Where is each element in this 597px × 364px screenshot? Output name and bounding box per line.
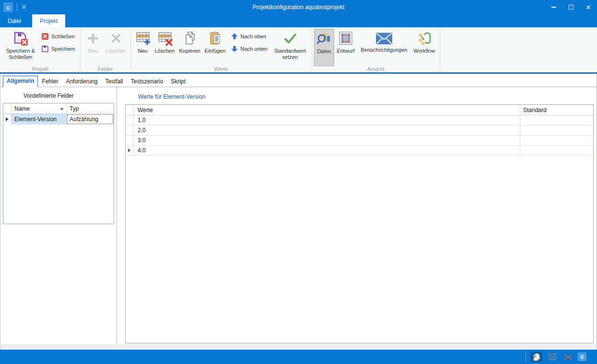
predefined-fields-title: Vordefinierte Felder <box>23 92 74 99</box>
value-new-label: Neu <box>138 48 147 54</box>
tab-allgemein[interactable]: Allgemein <box>3 76 38 87</box>
data-view-icon <box>316 31 332 46</box>
values-row-selector-cell[interactable] <box>126 125 134 135</box>
ribbon-tab-datei[interactable]: Datei <box>0 14 29 27</box>
content-area: Vordefinierte Felder Name Typ Element-Ve… <box>0 87 597 344</box>
arrow-up-icon <box>231 33 238 40</box>
fields-table-row[interactable]: Element-Version Aufzählung <box>3 114 114 125</box>
view-workflow-label: Workflow <box>413 48 435 54</box>
view-workflow-button[interactable]: Workflow <box>411 29 438 66</box>
view-benachrichtigungen-button[interactable]: Benachrichtigungen <box>357 29 411 66</box>
view-benachrichtigungen-label: Benachrichtigungen <box>361 47 407 53</box>
fields-column-name-header[interactable]: Name <box>12 103 67 114</box>
ribbon-group-werte-label: Werte <box>131 66 311 74</box>
close-project-button[interactable]: Schließen <box>41 33 75 40</box>
paste-button[interactable]: Einfügen <box>203 29 228 66</box>
fields-column-typ-label: Typ <box>70 105 79 112</box>
tab-skript[interactable]: Skript <box>167 77 189 87</box>
values-column-werte-header[interactable]: Werte <box>134 105 520 115</box>
values-column-standard-header[interactable]: Standard <box>520 105 593 115</box>
set-default-label: Standardwert setzen <box>270 48 310 60</box>
workflow-icon <box>417 31 432 46</box>
ribbon: Speichern & Schließen Schließen <box>0 27 597 72</box>
fields-row-selector-cell[interactable] <box>3 114 12 125</box>
value-delete-button[interactable]: Löschen <box>153 29 177 66</box>
app-logo-letter: c <box>6 4 10 11</box>
values-cell-standard[interactable] <box>520 136 593 145</box>
field-delete-button-disabled[interactable]: Löschen <box>104 29 129 66</box>
values-table-row[interactable]: 1.0 <box>126 115 593 125</box>
fields-column-typ-header[interactable]: Typ <box>67 103 114 114</box>
arrow-down-icon <box>231 45 238 53</box>
ribbon-group-werte: Neu Löschen Kopieren <box>131 27 311 72</box>
values-cell-werte[interactable]: 2.0 <box>134 125 520 135</box>
tab-testfall[interactable]: Testfall <box>101 77 127 87</box>
fields-cell-typ[interactable]: Aufzählung <box>67 114 114 125</box>
value-text: 3.0 <box>138 137 146 144</box>
current-row-icon <box>128 148 131 152</box>
grid-view-icon <box>549 353 556 361</box>
values-cell-standard[interactable] <box>520 146 593 155</box>
tab-fehler[interactable]: Fehler <box>38 77 62 87</box>
move-down-button[interactable]: Nach unten <box>231 45 268 53</box>
ribbon-tab-projekt[interactable]: Projekt <box>32 14 65 27</box>
save-button[interactable]: Speichern <box>41 45 75 53</box>
paste-label: Einfügen <box>205 48 225 54</box>
ribbon-tab-row: Datei Projekt <box>0 14 597 27</box>
fields-cell-name[interactable]: Element-Version <box>12 114 67 125</box>
values-row-selector-cell[interactable] <box>126 136 134 145</box>
app-logo-icon[interactable]: c <box>3 2 13 12</box>
values-header-selector-cell <box>126 105 134 115</box>
titlebar-separator <box>17 3 17 11</box>
view-entwurf-button[interactable]: Entwurf <box>334 29 357 66</box>
statusbar-icons: c <box>530 352 586 362</box>
values-table-row[interactable]: 3.0 <box>126 136 593 146</box>
values-cell-werte[interactable]: 4.0 <box>134 146 520 155</box>
values-table-row[interactable]: 2.0 <box>126 125 593 136</box>
maximize-button[interactable] <box>562 0 580 14</box>
delete-icon <box>108 31 124 46</box>
value-delete-label: Löschen <box>155 48 175 54</box>
close-button[interactable]: ✕ <box>580 0 597 14</box>
close-icon: ✕ <box>586 4 591 11</box>
save-label: Speichern <box>51 46 75 52</box>
window-title: Projektkonfiguration aquatestprojekt <box>0 4 597 11</box>
notifications-icon <box>375 32 393 45</box>
close-project-icon <box>41 33 49 40</box>
values-table-row[interactable]: 4.0 <box>126 146 593 156</box>
fields-table-header: Name Typ <box>3 103 114 114</box>
statusbar-mail-button[interactable] <box>562 352 574 362</box>
value-new-button[interactable]: Neu <box>133 29 153 66</box>
minimize-icon <box>551 7 556 8</box>
ribbon-group-projekt-label: Projekt <box>1 66 80 74</box>
checkmark-icon <box>282 31 298 46</box>
field-delete-label: Löschen <box>106 48 126 54</box>
window-bottom-strip <box>0 344 597 350</box>
field-new-button-disabled[interactable]: Neu <box>82 29 104 66</box>
copy-label: Kopieren <box>179 48 200 54</box>
values-cell-werte[interactable]: 1.0 <box>134 115 520 125</box>
minimize-button[interactable] <box>545 0 562 14</box>
set-default-button[interactable]: Standardwert setzen <box>270 29 310 66</box>
values-cell-standard[interactable] <box>520 115 593 125</box>
values-title: Werte für Element-Version <box>138 93 206 100</box>
values-cell-werte[interactable]: 3.0 <box>134 136 520 145</box>
tab-anforderung[interactable]: Anforderung <box>62 77 101 87</box>
predefined-fields-table: Name Typ Element-Version Aufzählung <box>3 103 114 224</box>
values-row-selector-cell[interactable] <box>126 146 134 155</box>
tab-testszenario[interactable]: Testszenario <box>127 77 167 87</box>
values-row-selector-cell[interactable] <box>126 115 134 125</box>
statusbar-copy-button[interactable] <box>530 352 542 362</box>
aqua-logo-icon[interactable]: c <box>578 353 586 361</box>
quick-access-chevron-icon[interactable] <box>21 4 27 10</box>
mail-icon <box>564 354 572 360</box>
fields-header-selector-cell <box>3 103 12 114</box>
panel-splitter[interactable] <box>117 87 117 344</box>
save-and-close-button[interactable]: Speichern & Schließen <box>3 29 38 66</box>
move-up-button[interactable]: Nach oben <box>231 33 268 40</box>
copy-button[interactable]: Kopieren <box>177 29 203 66</box>
save-icon <box>41 45 49 53</box>
view-daten-button[interactable]: Daten <box>314 29 334 66</box>
statusbar-grid-button[interactable] <box>546 352 558 362</box>
values-cell-standard[interactable] <box>520 125 593 135</box>
